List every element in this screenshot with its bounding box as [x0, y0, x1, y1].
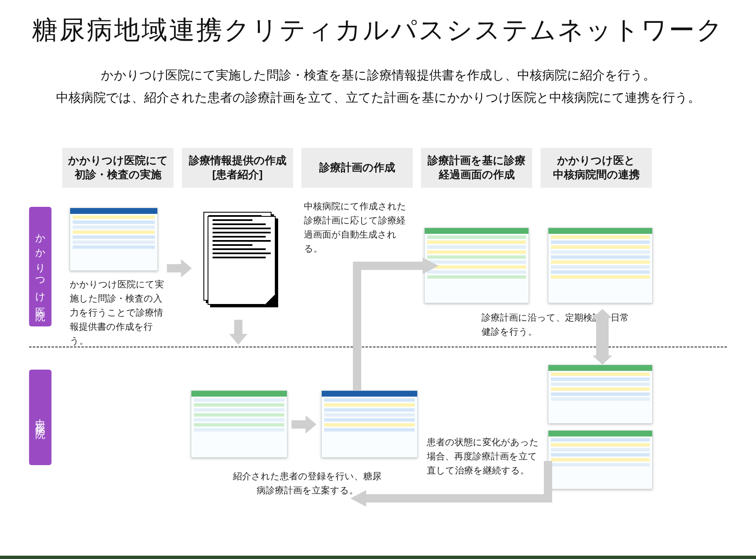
thumb-referral-document	[208, 216, 276, 305]
row-label-clinic: かかりつけ医院	[29, 207, 51, 326]
arrow-elbow-up-icon	[340, 241, 440, 399]
page-title: 糖尿病地域連携クリティカルパスシステムネットワーク	[0, 12, 756, 47]
arrow-elbow-left-icon	[340, 461, 556, 511]
thumb-treatment-plan	[321, 390, 418, 458]
step-header-2: 診療情報提供の作成 [患者紹介]	[182, 148, 293, 188]
diagram-page: 糖尿病地域連携クリティカルパスシステムネットワーク かかりつけ医院にて実施した問…	[0, 0, 756, 559]
step-4-line-b: 経過画面の作成	[424, 168, 529, 182]
step-2-line-b: [患者紹介]	[185, 168, 290, 182]
step-1-line-b: 初診・検査の実施	[66, 168, 170, 182]
step-5-line-a: かかりつけ医と	[544, 154, 648, 168]
footer-bar	[0, 556, 756, 559]
step-header-3: 診療計画の作成	[301, 148, 413, 188]
svg-marker-0	[423, 257, 438, 274]
subtitle-line-1: かかりつけ医院にて実施した問診・検査を基に診療情報提供書を作成し、中核病院に紹介…	[101, 68, 656, 82]
arrow-icon	[291, 415, 316, 434]
thumb-linkage-core-2	[548, 430, 653, 489]
row-label-core: 中核病院	[29, 370, 51, 465]
step-2-line-a: 診療情報提供の作成	[185, 154, 290, 168]
svg-marker-1	[350, 490, 366, 507]
caption-clinic-form: かかりつけ医院にて実施した問診・検査の入力を行うことで診療情報提供書の作成を行う…	[70, 277, 166, 348]
thumb-linkage-core-1	[548, 365, 653, 424]
step-header-4: 診療計画を基に診療 経過画面の作成	[421, 148, 532, 188]
step-1-line-a: かかりつけ医院にて	[66, 154, 170, 168]
arrow-icon	[167, 259, 192, 277]
page-subtitle: かかりつけ医院にて実施した問診・検査を基に診療情報提供書を作成し、中核病院に紹介…	[25, 64, 731, 109]
subtitle-line-2: 中核病院では、紹介された患者の診療計画を立て、立てた計画を基にかかりつけ医院と中…	[56, 91, 700, 104]
step-header-5: かかりつけ医と 中核病院間の連携	[541, 148, 652, 188]
thumb-linkage-clinic	[548, 228, 653, 303]
step-3-line: 診療計画の作成	[305, 161, 409, 175]
step-header-1: かかりつけ医院にて 初診・検査の実施	[62, 148, 174, 188]
arrow-updown-icon	[596, 318, 609, 356]
thumb-clinic-form	[70, 208, 158, 271]
step-4-line-a: 診療計画を基に診療	[424, 154, 529, 168]
step-5-line-b: 中核病院間の連携	[544, 168, 648, 182]
arrow-down-icon	[229, 320, 247, 345]
thumb-patient-register	[191, 390, 287, 458]
